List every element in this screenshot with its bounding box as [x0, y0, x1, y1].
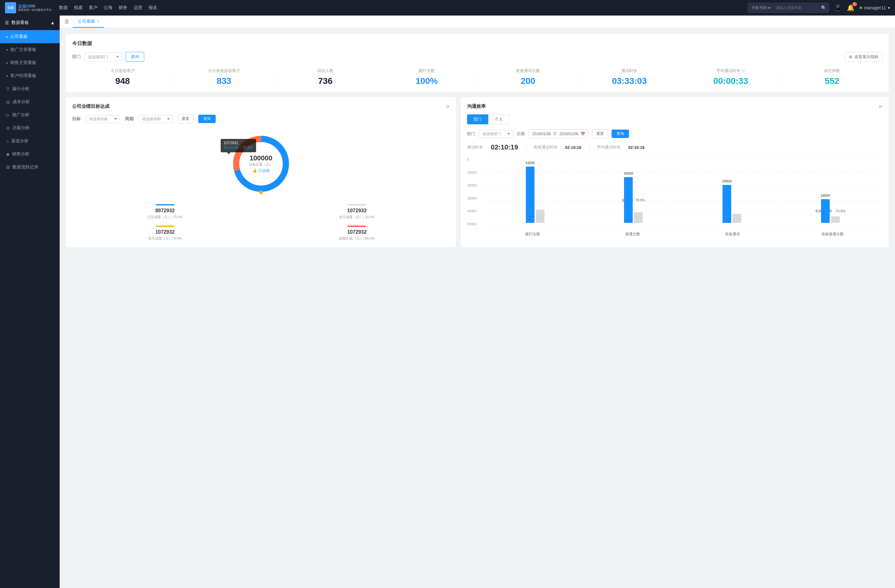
search-box[interactable]: 手机号码 🔍	[748, 3, 829, 13]
tab-company-board[interactable]: 公司看板 ×	[73, 15, 104, 28]
comm-query-btn[interactable]: 查询	[611, 130, 629, 138]
comm-tabs: 部门 个人	[467, 114, 883, 124]
sidebar-icon-8: ⌂	[6, 139, 9, 144]
stat-value-2: 736	[275, 76, 376, 86]
nav-item-运营[interactable]: 运营	[133, 4, 142, 12]
stat-item-7: 成交单数 552	[781, 68, 883, 86]
user-info[interactable]: manager11 ▾	[860, 5, 890, 10]
nav-item-线索[interactable]: 线索	[74, 4, 83, 12]
svg-point-3	[259, 191, 263, 194]
metric-label-2: 应完成量（元）| 8.9%	[72, 236, 258, 241]
refresh-icon-comm[interactable]: ⟳	[879, 104, 883, 109]
bar-chart: 50000400003000020000100000 43000接通率：70.9…	[467, 158, 883, 237]
sidebar-section-data[interactable]: ☰ 数据看板 ▲	[0, 15, 60, 30]
bar-3-0: 18000	[821, 199, 830, 223]
stat-item-4: 有效通话次数 200	[478, 68, 579, 86]
search-input[interactable]	[776, 6, 819, 10]
nav-item-客户[interactable]: 客户	[89, 4, 97, 12]
target-select[interactable]: 请选择目标	[86, 115, 120, 123]
metric-value-1: 1072932	[264, 208, 450, 214]
stats-row: 今日首咨客户 948 今日有效首咨客户 833 回访人数 736 拨打次数 10…	[72, 68, 883, 86]
search-type-select[interactable]: 手机号码	[751, 5, 772, 10]
target-row: 目标 请选择目标 周期 请选择周期 重置 查询	[72, 114, 450, 123]
nav-item-报名[interactable]: 报名	[149, 4, 157, 12]
sidebar-label-7: 访客分析	[12, 125, 30, 131]
stat-value-7: 552	[781, 76, 883, 86]
today-query-btn[interactable]: 查询	[126, 52, 144, 62]
period-select[interactable]: 请选择周期	[139, 115, 173, 123]
stat-label-5: 通话时长	[579, 68, 680, 74]
main-layout: ☰ 数据看板 ▲ ▪公司看板▪推广主管看板▪销售主管看板▪客户经理看板▽漏斗分析…	[0, 15, 895, 588]
section-title-today: 今日数据	[72, 40, 883, 47]
sidebar-item-1[interactable]: ▪推广主管看板	[0, 43, 60, 56]
sidebar-icon-9: ◈	[6, 152, 10, 157]
bell-icon[interactable]: 🔔 5	[847, 4, 855, 12]
perf-reset-btn[interactable]: 重置	[178, 114, 193, 123]
sidebar-item-0[interactable]: ▪公司看板	[0, 30, 60, 43]
stat-label-0: 今日首咨客户	[72, 68, 173, 74]
comm-dept-select[interactable]: 请选择部门	[479, 130, 513, 138]
tab-btn-person[interactable]: 个人	[488, 114, 509, 124]
metric-value-0: 8972932	[72, 208, 258, 214]
metric-label-1: 未完成量（元）| 20.9%	[264, 215, 450, 220]
sidebar-item-5[interactable]: ◎成本分析	[0, 95, 60, 108]
sidebar-item-8[interactable]: ⌂渠道分析	[0, 135, 60, 148]
bar-0-1	[536, 210, 545, 223]
stat-label-6: 平均通话时长 ⓘ	[680, 68, 781, 74]
date-range[interactable]: 2018/01/08 至 2018/01/08 📅	[529, 129, 589, 138]
stat-item-1: 今日有效首咨客户 833	[173, 68, 275, 86]
sidebar-label-10: 数据流转记录	[12, 164, 38, 170]
nav-item-数据[interactable]: 数据	[59, 4, 68, 12]
y-label-0: 0	[467, 158, 477, 161]
sidebar-item-2[interactable]: ▪销售主管看板	[0, 56, 60, 69]
sidebar-label-5: 成本分析	[12, 99, 30, 105]
sidebar-section-icon: ☰	[5, 20, 9, 25]
sidebar-item-4[interactable]: ▽漏斗分析	[0, 82, 60, 95]
dept-select[interactable]: 请选择部门	[85, 53, 122, 62]
sidebar-item-7[interactable]: ⊙访客分析	[0, 121, 60, 135]
tab-bar: ☰ 公司看板 ×	[60, 15, 895, 28]
stat-label-4: 有效通话次数	[478, 68, 579, 74]
nav-item-财务[interactable]: 财务	[119, 4, 127, 12]
comm-reset-btn[interactable]: 重置	[592, 129, 608, 138]
sidebar-item-6[interactable]: ▷推广分析	[0, 108, 60, 121]
metric-bar-1	[347, 204, 366, 205]
sidebar-label-0: 公司看板	[10, 34, 28, 39]
metric-item-0: 8972932 已完成量（元）| 70.9%	[72, 204, 258, 220]
call-time-value: 02:10:19	[491, 143, 518, 152]
menu-icon[interactable]: ☰	[65, 19, 69, 24]
sidebar-label-9: 销售分析	[12, 152, 30, 157]
tablet-icon[interactable]: 📱	[834, 4, 842, 12]
nav-items: 数据线索客户公海财务运营报名	[59, 4, 740, 12]
metric-value-3: 1072932	[264, 229, 450, 235]
refresh-icon-perf[interactable]: ⟳	[446, 104, 450, 109]
x-label-1: 接通次数	[583, 232, 683, 237]
settings-btn[interactable]: ⚙ 设置显示指标	[845, 52, 883, 62]
bar-3-1	[831, 216, 840, 223]
performance-panel: 公司业绩目标达成 ⟳ 目标 请选择目标 周期 请选择周期 重置 查询	[66, 97, 456, 247]
y-label-50000: 50000	[467, 222, 477, 226]
sidebar-label-2: 销售主管看板	[10, 60, 36, 65]
panels-row: 公司业绩目标达成 ⟳ 目标 请选择目标 周期 请选择周期 重置 查询	[66, 97, 889, 247]
stat-value-6: 00:00:33	[680, 76, 781, 86]
donut-container: 1072932 所占比例：70.9%	[72, 130, 450, 198]
metric-bar-0	[156, 204, 174, 205]
perf-query-btn[interactable]: 查询	[198, 115, 216, 123]
x-label-0: 拨打次数	[482, 232, 583, 237]
sidebar-label-4: 漏斗分析	[12, 86, 30, 92]
content: ☰ 公司看板 × 今日数据 部门 请选择部门 查询	[60, 15, 895, 588]
bar-1-0: 35000	[624, 177, 633, 223]
nav-item-公海[interactable]: 公海	[104, 4, 112, 12]
metric-item-3: 1072932 超额完成（元）| 89.9%	[264, 226, 450, 241]
gridline-5	[482, 229, 883, 229]
sidebar-label-6: 推广分析	[12, 112, 30, 118]
sidebar-item-3[interactable]: ▪客户经理看板	[0, 69, 60, 82]
sidebar-item-9[interactable]: ◈销售分析	[0, 148, 60, 161]
y-label-20000: 20000	[467, 183, 477, 187]
search-icon[interactable]: 🔍	[821, 5, 826, 10]
tab-btn-dept[interactable]: 部门	[467, 114, 488, 124]
sidebar-item-10[interactable]: ⊟数据流转记录	[0, 161, 60, 174]
stat-label-2: 回访人数	[275, 68, 376, 74]
tab-close[interactable]: ×	[97, 19, 99, 24]
sidebar-icon-7: ⊙	[6, 126, 10, 130]
